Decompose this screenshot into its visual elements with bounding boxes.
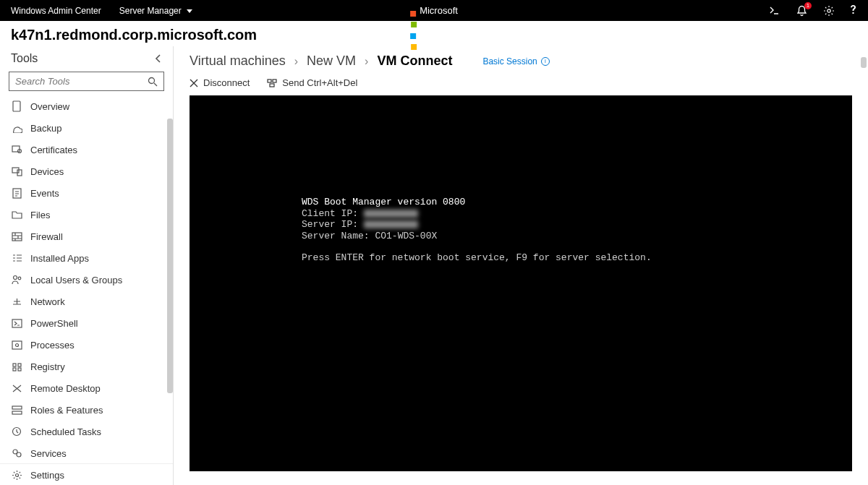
breadcrumb-vm[interactable]: Virtual machines [190, 53, 286, 69]
console-server-name-row: Server Name: CO1-WDS-00X [302, 231, 465, 242]
notifications-icon[interactable]: 1 [796, 5, 807, 17]
sidebar-item-label: Remote Desktop [30, 383, 101, 394]
svg-point-9 [13, 276, 17, 280]
chevron-down-icon [185, 6, 192, 16]
installed-apps-icon [11, 252, 22, 264]
users-icon [11, 274, 22, 286]
sidebar-item-label: Processes [30, 340, 75, 351]
brand: Microsoft [410, 5, 458, 16]
sidebar-item-services[interactable]: Services [0, 442, 173, 464]
sidebar-item-label: Certificates [30, 145, 77, 155]
send-ctrl-alt-del-button[interactable]: Send Ctrl+Alt+Del [267, 77, 357, 88]
sidebar-item-files[interactable]: Files [0, 204, 173, 226]
sidebar-item-installed-apps[interactable]: Installed Apps [0, 247, 173, 269]
notification-badge: 1 [804, 2, 812, 9]
sidebar-item-label: Registry [30, 361, 65, 372]
sidebar-item-label: Firewall [30, 231, 63, 242]
sidebar-item-label: Network [30, 296, 65, 307]
backup-icon [11, 122, 22, 134]
svg-point-10 [18, 277, 21, 280]
sidebar-item-events[interactable]: Events [0, 182, 173, 204]
collapse-sidebar-icon[interactable] [155, 53, 162, 64]
overview-icon [11, 100, 22, 112]
sidebar-item-certificates[interactable]: Certificates [0, 139, 173, 160]
svg-rect-19 [12, 411, 22, 414]
console-hint: Press ENTER for network boot service, F9… [302, 252, 652, 263]
sidebar-item-label: Services [30, 448, 67, 459]
svg-point-24 [15, 473, 18, 476]
main-scrollbar[interactable] [861, 57, 867, 68]
client-ip-label: Client IP: [302, 208, 358, 219]
send-cad-label: Send Ctrl+Alt+Del [282, 77, 357, 88]
sidebar-item-overview[interactable]: Overview [0, 95, 173, 117]
close-icon [190, 79, 198, 87]
processes-icon [11, 339, 22, 351]
sidebar-item-registry[interactable]: Registry [0, 356, 173, 377]
svg-rect-12 [12, 341, 22, 349]
powershell-icon[interactable] [769, 6, 780, 16]
gear-icon [11, 469, 22, 481]
sidebar-item-label: Devices [30, 166, 64, 177]
chevron-right-icon: › [294, 55, 298, 68]
breadcrumb-connect: VM Connect [377, 53, 452, 69]
sidebar-item-local-users[interactable]: Local Users & Groups [0, 269, 173, 291]
sidebar-item-powershell[interactable]: PowerShell [0, 312, 173, 334]
action-toolbar: Disconnect Send Ctrl+Alt+Del [174, 74, 868, 95]
basic-session-link[interactable]: Basic Session i [482, 56, 549, 66]
search-tools-box[interactable] [9, 72, 164, 91]
breadcrumb: Virtual machines › New VM › VM Connect B… [174, 46, 868, 74]
server-name-value: CO1-WDS-00X [375, 231, 437, 241]
firewall-icon [11, 231, 22, 242]
sidebar-item-scheduled-tasks[interactable]: Scheduled Tasks [0, 421, 173, 442]
sidebar-item-label: Installed Apps [30, 253, 89, 264]
svg-rect-25 [268, 80, 271, 82]
sidebar-item-label: Roles & Features [30, 405, 103, 416]
server-manager-dropdown[interactable]: Server Manager [119, 6, 192, 16]
sidebar-item-devices[interactable]: Devices [0, 160, 173, 182]
services-icon [11, 447, 22, 459]
disconnect-button[interactable]: Disconnect [190, 77, 250, 88]
settings-gear-icon[interactable] [823, 5, 835, 17]
scheduled-tasks-icon [11, 426, 22, 437]
sidebar-item-processes[interactable]: Processes [0, 334, 173, 356]
svg-rect-27 [270, 84, 274, 87]
registry-icon [11, 361, 22, 372]
top-bar: Windows Admin Center Server Manager Micr… [0, 0, 868, 21]
sidebar-item-label: Local Users & Groups [30, 275, 122, 286]
console-output: WDS Boot Manager version 0800 Client IP:… [302, 197, 465, 241]
server-name-label: Server Name: [302, 231, 370, 241]
sidebar-item-label: Overview [30, 101, 69, 112]
svg-rect-14 [13, 364, 16, 366]
svg-point-1 [149, 77, 155, 83]
help-icon[interactable] [851, 5, 857, 16]
svg-rect-16 [13, 368, 16, 371]
sidebar-item-backup[interactable]: Backup [0, 117, 173, 139]
server-name-header: k47n1.redmond.corp.microsoft.com [0, 21, 868, 46]
vm-console[interactable]: WDS Boot Manager version 0800 Client IP:… [190, 95, 852, 471]
sidebar-item-label: Events [30, 188, 59, 199]
server-manager-label: Server Manager [119, 6, 182, 16]
sidebar-item-network[interactable]: Network [0, 291, 173, 312]
breadcrumb-newvm[interactable]: New VM [307, 53, 356, 69]
sidebar-scrollbar[interactable] [167, 119, 173, 393]
disconnect-label: Disconnect [203, 77, 250, 88]
sidebar-item-firewall[interactable]: Firewall [0, 226, 173, 247]
keyboard-icon [267, 79, 277, 87]
svg-rect-17 [18, 368, 21, 371]
sidebar-item-label: Files [30, 210, 50, 220]
redacted-value [364, 220, 418, 228]
tools-list: Overview Backup Certificates Devices Eve… [0, 95, 173, 485]
svg-point-22 [17, 452, 21, 457]
settings-label: Settings [30, 470, 64, 481]
certificates-icon [11, 144, 22, 155]
search-input[interactable] [15, 76, 148, 87]
tools-title: Tools [11, 52, 38, 65]
powershell-tool-icon [11, 317, 22, 329]
sidebar-item-roles-features[interactable]: Roles & Features [0, 399, 173, 421]
brand-text: Microsoft [420, 5, 458, 16]
sidebar-settings[interactable]: Settings [0, 463, 173, 485]
main-content: Virtual machines › New VM › VM Connect B… [174, 46, 868, 485]
console-title: WDS Boot Manager version 0800 [302, 197, 465, 208]
admin-center-link[interactable]: Windows Admin Center [11, 6, 101, 16]
sidebar-item-remote-desktop[interactable]: Remote Desktop [0, 377, 173, 399]
